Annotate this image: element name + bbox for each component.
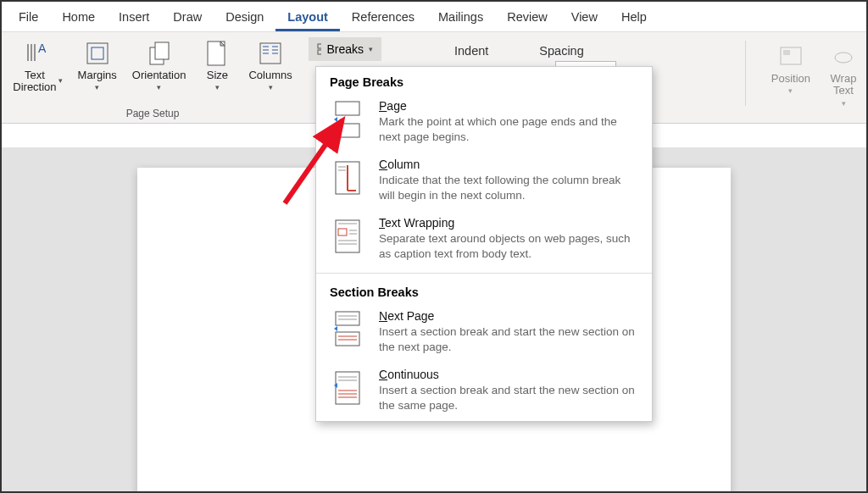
size-button[interactable]: Size▾ — [194, 36, 240, 95]
size-icon — [206, 39, 228, 68]
dropdown-separator — [316, 273, 652, 274]
svg-rect-29 — [336, 312, 359, 325]
spacing-label: Spacing — [539, 44, 583, 58]
indent-label: Indent — [454, 44, 488, 58]
tab-view[interactable]: View — [559, 5, 609, 31]
orientation-button[interactable]: Orientation▾ — [125, 36, 193, 95]
text-wrapping-icon — [330, 216, 365, 257]
annotation-arrow — [268, 110, 370, 212]
wrap-text-icon — [832, 42, 855, 71]
tab-file[interactable]: File — [7, 5, 50, 31]
svg-line-42 — [285, 120, 342, 203]
dropdown-section-page-breaks: Page Breaks — [316, 67, 652, 94]
svg-rect-4 — [155, 42, 169, 59]
svg-rect-13 — [318, 44, 321, 48]
tab-insert[interactable]: Insert — [107, 5, 161, 31]
next-page-icon — [330, 309, 365, 350]
columns-icon — [258, 39, 283, 68]
group-page-setup: A Text Direction▾ Margins▾ Orientation▾ — [2, 32, 303, 123]
svg-rect-22 — [336, 220, 359, 252]
tab-references[interactable]: References — [340, 5, 426, 31]
tab-review[interactable]: Review — [495, 5, 559, 31]
position-button[interactable]: Position▾ — [765, 39, 817, 123]
svg-rect-1 — [87, 43, 108, 64]
tab-home[interactable]: Home — [50, 5, 107, 31]
tab-mailings[interactable]: Mailings — [426, 5, 495, 31]
svg-rect-14 — [318, 50, 321, 54]
svg-rect-32 — [336, 332, 359, 346]
ribbon-tabs: File Home Insert Draw Design Layout Refe… — [2, 2, 866, 32]
text-direction-icon: A — [25, 39, 50, 68]
menu-item-text-wrapping-break[interactable]: Text WrappingSeparate text around object… — [316, 211, 652, 269]
menu-item-continuous-break[interactable]: ContinuousInsert a section break and sta… — [316, 363, 652, 421]
tab-design[interactable]: Design — [214, 5, 275, 31]
margins-button[interactable]: Margins▾ — [71, 36, 124, 95]
position-icon — [779, 42, 803, 71]
text-direction-button[interactable]: A Text Direction▾ — [6, 36, 69, 97]
divider — [745, 41, 746, 106]
dropdown-section-section-breaks: Section Breaks — [316, 277, 652, 304]
breaks-icon — [317, 43, 321, 55]
group-caption-page-setup: Page Setup — [2, 108, 303, 121]
svg-rect-16 — [783, 50, 790, 55]
tab-layout[interactable]: Layout — [275, 5, 340, 31]
tab-draw[interactable]: Draw — [161, 5, 214, 31]
menu-item-next-page-break[interactable]: Next PageInsert a section break and star… — [316, 304, 652, 363]
continuous-icon — [330, 368, 365, 408]
svg-rect-23 — [338, 229, 347, 235]
svg-text:A: A — [38, 42, 47, 55]
group-arrange: Position▾ Wrap Text▾ — [765, 32, 866, 123]
columns-button[interactable]: Columns▾ — [242, 36, 298, 95]
tab-help[interactable]: Help — [609, 5, 659, 31]
orientation-icon — [147, 39, 172, 68]
wrap-text-button[interactable]: Wrap Text▾ — [821, 39, 866, 123]
margins-icon — [85, 39, 110, 68]
breaks-dropdown-button[interactable]: Breaks▾ — [309, 37, 381, 61]
svg-rect-2 — [92, 47, 103, 59]
